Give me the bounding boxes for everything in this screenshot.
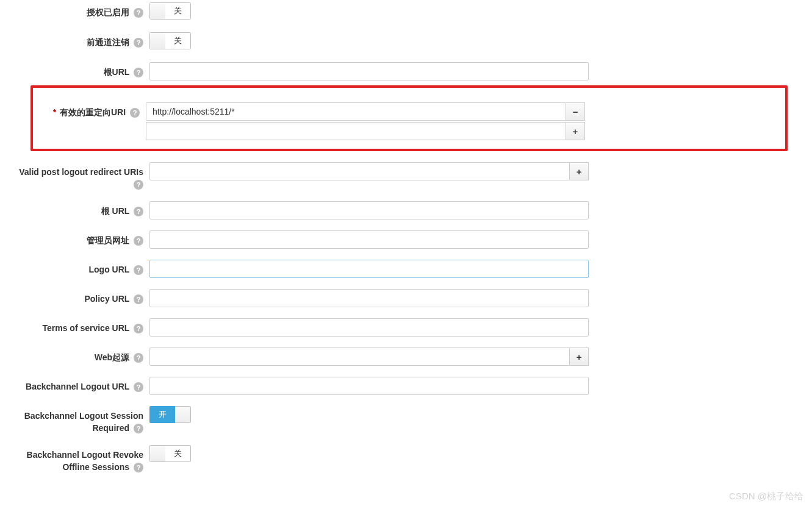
help-icon[interactable]: ? <box>134 382 143 392</box>
row-logo-url: Logo URL ? <box>0 260 812 278</box>
help-icon[interactable]: ? <box>134 424 143 433</box>
label-bc-logout-revoke: Backchannel Logout Revoke Offline Sessio… <box>27 450 143 472</box>
label-valid-redirect: 有效的重定向URI <box>60 107 126 117</box>
add-button[interactable]: + <box>570 162 589 180</box>
row-policy-url: Policy URL ? <box>0 289 812 307</box>
required-asterisk: * <box>53 107 56 117</box>
input-bc-logout-url[interactable] <box>149 377 589 395</box>
help-icon[interactable]: ? <box>134 463 143 472</box>
label-root-url: 根 URL <box>101 206 129 216</box>
row-web-origins: Web起源 ? + <box>0 347 812 366</box>
help-icon[interactable]: ? <box>134 38 143 48</box>
toggle-knob <box>149 2 165 20</box>
help-icon[interactable]: ? <box>134 294 143 304</box>
label-web-origins: Web起源 <box>95 352 129 362</box>
input-valid-post-logout[interactable] <box>149 162 570 180</box>
help-icon[interactable]: ? <box>130 108 140 118</box>
help-icon[interactable]: ? <box>134 353 143 363</box>
label-bc-logout-url: Backchannel Logout URL <box>26 382 129 391</box>
row-front-channel-logout: 前通道注销 ? 关 <box>0 32 812 51</box>
row-root-url: 根 URL ? <box>0 201 812 219</box>
input-tos-url[interactable] <box>149 318 589 337</box>
toggle-off-label: 关 <box>165 32 191 49</box>
input-root-url-top[interactable] <box>149 62 589 80</box>
help-icon[interactable]: ? <box>134 324 143 333</box>
row-bc-logout-session: Backchannel Logout Session Required ? 开 <box>0 406 812 434</box>
label-tos-url: Terms of service URL <box>42 323 129 333</box>
toggle-bc-logout-session[interactable]: 开 <box>149 406 191 423</box>
row-auth-enabled: 授权已启用 ? 关 <box>0 2 812 21</box>
client-settings-form: 授权已启用 ? 关 前通道注销 ? 关 根URL ? <box>0 0 812 497</box>
toggle-knob <box>149 32 165 49</box>
help-icon[interactable]: ? <box>134 68 143 77</box>
row-admin-url: 管理员网址 ? <box>0 230 812 249</box>
input-valid-redirect[interactable] <box>146 102 566 121</box>
input-root-url[interactable] <box>149 201 589 219</box>
toggle-off-label: 关 <box>165 445 191 462</box>
help-icon[interactable]: ? <box>134 8 143 18</box>
label-valid-post-logout: Valid post logout redirect URIs <box>19 167 143 177</box>
toggle-auth-enabled[interactable]: 关 <box>149 2 191 20</box>
toggle-knob <box>175 406 191 423</box>
toggle-on-label: 开 <box>149 406 175 423</box>
label-logo-url: Logo URL <box>88 265 129 274</box>
label-front-channel-logout: 前通道注销 <box>87 37 129 47</box>
add-button[interactable]: + <box>566 122 585 140</box>
input-logo-url[interactable] <box>149 260 589 278</box>
input-policy-url[interactable] <box>149 289 589 307</box>
label-auth-enabled: 授权已启用 <box>87 7 129 17</box>
label-admin-url: 管理员网址 <box>87 235 129 245</box>
row-root-url-top: 根URL ? <box>0 62 812 80</box>
highlight-valid-redirect-uri: * 有效的重定向URI ? − + <box>31 85 788 151</box>
remove-button[interactable]: − <box>566 102 585 121</box>
row-bc-logout-revoke: Backchannel Logout Revoke Offline Sessio… <box>0 445 812 473</box>
toggle-off-label: 关 <box>165 2 191 20</box>
toggle-knob <box>149 445 165 462</box>
row-tos-url: Terms of service URL ? <box>0 318 812 337</box>
help-icon[interactable]: ? <box>134 207 143 216</box>
label-bc-logout-session: Backchannel Logout Session Required <box>24 411 143 433</box>
toggle-bc-logout-revoke[interactable]: 关 <box>149 445 191 462</box>
add-button[interactable]: + <box>570 347 589 366</box>
help-icon[interactable]: ? <box>134 180 143 190</box>
input-web-origins[interactable] <box>149 347 570 366</box>
row-bc-logout-url: Backchannel Logout URL ? <box>0 377 812 395</box>
help-icon[interactable]: ? <box>134 236 143 246</box>
label-root-url-top: 根URL <box>104 67 130 77</box>
input-admin-url[interactable] <box>149 230 589 249</box>
label-policy-url: Policy URL <box>84 294 129 304</box>
row-valid-post-logout: Valid post logout redirect URIs ? + <box>0 162 812 190</box>
toggle-front-channel-logout[interactable]: 关 <box>149 32 191 49</box>
input-valid-redirect-empty[interactable] <box>146 122 566 140</box>
help-icon[interactable]: ? <box>134 265 143 275</box>
